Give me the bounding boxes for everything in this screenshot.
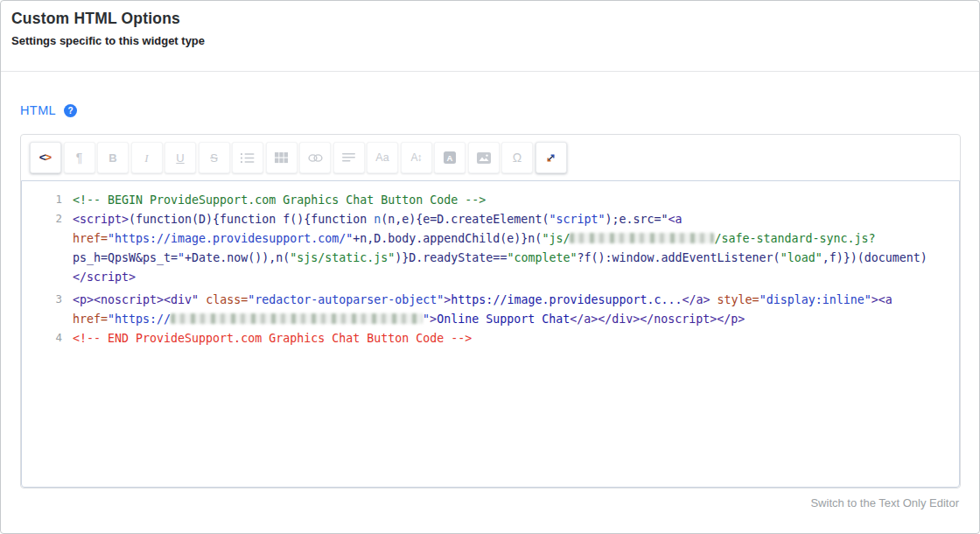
- code-line-4: 4<!-- END ProvideSupport.com Graphics Ch…: [22, 329, 954, 348]
- bold-button[interactable]: B: [97, 142, 129, 173]
- table-icon: [275, 152, 288, 164]
- panel-header: Custom HTML Options Settings specific to…: [1, 1, 979, 47]
- page-title: Custom HTML Options: [11, 10, 969, 28]
- list-icon: [241, 152, 255, 164]
- code-line-3: 3<p><noscript><div" class="redactor-auto…: [22, 291, 954, 329]
- image-button[interactable]: [468, 142, 500, 173]
- line-number: 3: [22, 292, 62, 306]
- omega-icon: Ω: [513, 151, 522, 164]
- link-icon: [308, 153, 323, 163]
- font-size-icon: A↕: [410, 152, 421, 163]
- redacted-text: [171, 313, 423, 324]
- code-row: <!-- BEGIN ProvideSupport.com Graphics C…: [73, 191, 954, 210]
- code-line-1: 1<!-- BEGIN ProvideSupport.com Graphics …: [22, 191, 954, 210]
- paragraph-icon: ¶: [76, 151, 83, 164]
- fullscreen-button[interactable]: [536, 142, 567, 173]
- header-divider: [1, 71, 979, 72]
- expand-icon: [544, 151, 557, 165]
- html-field-label: HTML: [20, 103, 56, 117]
- code-row: <!-- END ProvideSupport.com Graphics Cha…: [73, 329, 954, 348]
- custom-html-options-panel: Custom HTML Options Settings specific to…: [0, 0, 980, 534]
- text-style-icon: Aa: [375, 152, 388, 164]
- redacted-text: [570, 233, 714, 243]
- code-row: <script>(function(D){function f(){functi…: [73, 210, 954, 229]
- paragraph-button[interactable]: ¶: [64, 142, 95, 173]
- editor-toolbar: <>¶BIUSAaA↕AΩ: [21, 135, 960, 180]
- italic-button[interactable]: I: [131, 142, 163, 173]
- image-icon: [477, 152, 491, 164]
- underline-button[interactable]: U: [164, 142, 196, 173]
- text-style-button[interactable]: Aa: [367, 142, 398, 173]
- highlight-button[interactable]: A: [434, 142, 466, 173]
- code-row: href="https://image.providesupport.com/"…: [73, 229, 954, 249]
- underline-icon: U: [176, 152, 184, 164]
- code-editor-area[interactable]: 1<!-- BEGIN ProvideSupport.com Graphics …: [21, 180, 960, 488]
- html-field-label-row: HTML ?: [20, 103, 77, 117]
- line-number: 2: [22, 212, 62, 225]
- help-icon[interactable]: ?: [64, 104, 77, 117]
- bold-icon: B: [108, 152, 116, 164]
- code-row: <p><noscript><div" class="redactor-autop…: [73, 291, 954, 310]
- font-size-button[interactable]: A↕: [401, 142, 432, 173]
- line-number: 1: [22, 193, 62, 206]
- italic-icon: I: [144, 152, 148, 164]
- link-button[interactable]: [299, 142, 331, 173]
- switch-editor-link[interactable]: Switch to the Text Only Editor: [810, 496, 959, 509]
- align-icon: [342, 152, 355, 163]
- svg-text:A: A: [447, 153, 453, 163]
- highlight-icon: A: [444, 151, 456, 164]
- code-line-2: 2<script>(function(D){function f(){funct…: [22, 210, 954, 287]
- strikethrough-icon: S: [210, 152, 218, 164]
- html-editor: <>¶BIUSAaA↕AΩ 1<!-- BEGIN ProvideSupport…: [20, 134, 961, 488]
- align-button[interactable]: [333, 142, 365, 173]
- page-subtitle: Settings specific to this widget type: [11, 34, 969, 47]
- code-row: ps_h=QpsW&ps_t="+Date.now()),n("sjs/stat…: [73, 249, 954, 268]
- code-view-button[interactable]: <>: [30, 142, 61, 173]
- code-row: href="https://">Online Support Chat</a><…: [73, 310, 954, 329]
- line-number: 4: [22, 331, 62, 344]
- unordered-list-button[interactable]: [232, 142, 263, 173]
- code-icon: <>: [39, 151, 52, 164]
- table-button[interactable]: [266, 142, 298, 173]
- strikethrough-button[interactable]: S: [199, 142, 230, 173]
- code-row: </script>: [73, 268, 954, 287]
- special-characters-button[interactable]: Ω: [501, 142, 533, 173]
